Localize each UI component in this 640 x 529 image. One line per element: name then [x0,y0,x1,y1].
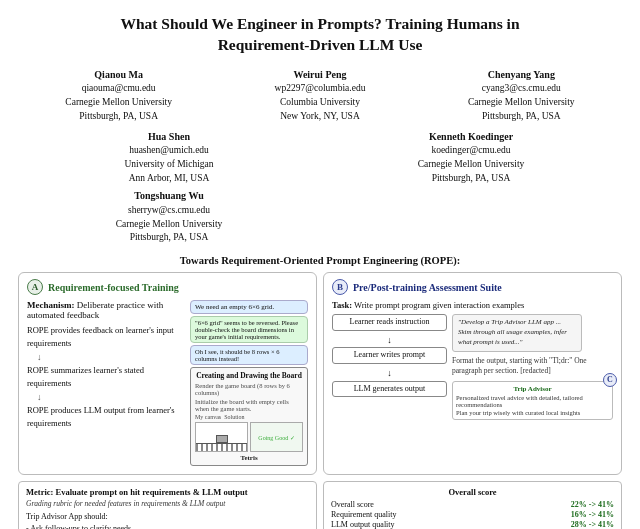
canvas-area [195,422,248,452]
main-panels: A Requirement-focused Training We need a… [18,272,622,475]
authors-row1: Qianou Ma qiaouma@cmu.edu Carnegie Mello… [18,68,622,124]
metric-title: Metric: Evaluate prompt on hit requireme… [26,487,309,497]
quote-box: "Develop a Trip Advisor LLM app ... Skim… [452,314,582,351]
score-overall: Overall score 22% -> 41% [331,500,614,509]
rope-step-3: ROPE produces LLM output from learner's … [27,404,186,430]
panel-a-illustration: We need an empty 6×6 grid. "6×6 grid" se… [190,300,308,466]
score-box: Overall score Overall score 22% -> 41% R… [323,481,622,529]
flow-steps: Learner reads instruction ↓ Learner writ… [332,314,447,399]
panel-a-header: A Requirement-focused Training [27,279,308,295]
format-text: Format the output, starting with "Tl;dr:… [452,356,613,377]
score-requirement: Requirement quality 16% -> 41% [331,510,614,519]
metric-box: Metric: Evaluate prompt on hit requireme… [18,481,317,529]
flow-step-2: Learner writes prompt [332,347,447,364]
chat-bubble-1: We need an empty 6×6 grid. [190,300,308,314]
circle-c: C [603,373,617,387]
metric-list: Trip Advisor App should: - Ask follow-up… [26,511,309,529]
author-1: Qianou Ma qiaouma@cmu.edu Carnegie Mello… [18,68,219,124]
panel-a: A Requirement-focused Training We need a… [18,272,317,475]
chat-bubble-2: "6×6 grid" seems to be reversed. Please … [190,316,308,343]
circle-a: A [27,279,43,295]
panel-a-content: We need an empty 6×6 grid. "6×6 grid" se… [27,300,308,468]
flow-step-3: LLM generates output [332,381,447,398]
author-5: Kenneth Koedinger koedinger@cmu.edu Carn… [320,130,622,186]
page: What Should We Engineer in Prompts? Trai… [0,0,640,529]
game-box: Creating and Drawing the Board Render th… [190,367,308,466]
author-3: Chenyang Yang cyang3@cs.cmu.edu Carnegie… [421,68,622,124]
panel-b-title: Pre/Post-training Assessment Suite [353,282,502,293]
chat-bubble-3: Oh I see, it should be 8 rows × 6 column… [190,345,308,365]
circle-b: B [332,279,348,295]
score-llm: LLM output quality 28% -> 41% [331,520,614,529]
bottom-panels: Metric: Evaluate prompt on hit requireme… [18,481,622,529]
flow-step-1: Learner reads instruction [332,314,447,331]
author-2: Weirui Peng wp2297@columbia.edu Columbia… [219,68,420,124]
paper-title: What Should We Engineer in Prompts? Trai… [18,14,622,56]
task-row: Task: Write prompt program given interac… [332,300,613,310]
panel-b: B Pre/Post-training Assessment Suite Tas… [323,272,622,475]
author-6: Tongshuang Wu sherryw@cs.cmu.edu Carnegi… [18,189,320,245]
authors-row2: Hua Shen huashen@umich.edu University of… [18,130,622,246]
towards-label: Towards Requirement-Oriented Prompt Engi… [18,255,622,266]
author-4: Hua Shen huashen@umich.edu University of… [18,130,320,186]
solution-area: Going Good ✓ [250,422,303,452]
rope-step-2: ROPE summarizes learner's stated require… [27,364,186,390]
trip-advisor-box: Trip Advisor Personalized travel advice … [452,381,613,420]
panel-b-header: B Pre/Post-training Assessment Suite [332,279,613,295]
flow-container: Learner reads instruction ↓ Learner writ… [332,314,613,419]
panel-a-title: Requirement-focused Training [48,282,179,293]
rope-step-1: ROPE provides feedback on learner's inpu… [27,324,186,350]
